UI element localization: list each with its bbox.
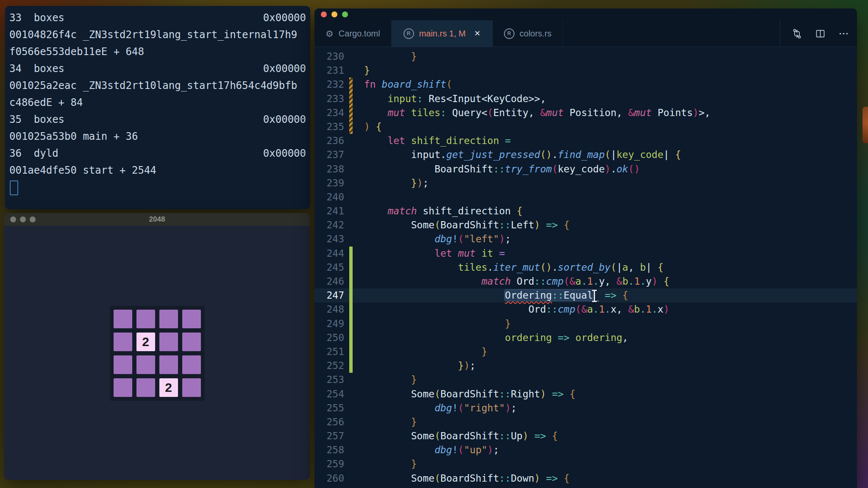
gutter-marker-zone [344, 373, 361, 387]
editor-titlebar[interactable] [314, 8, 857, 20]
git-added-marker [349, 345, 353, 359]
game-board: 22 [110, 306, 205, 401]
board-tile-empty [136, 310, 155, 328]
code-line-256[interactable]: 256 } [314, 415, 857, 429]
code-line-238[interactable]: 238 BoardShift::try_from(key_code).ok() [314, 162, 857, 176]
code-text: match shift_direction { [361, 204, 523, 218]
line-number: 251 [314, 345, 344, 359]
window-control-minimize[interactable] [20, 216, 26, 222]
line-number: 253 [314, 373, 344, 387]
line-number: 256 [314, 415, 344, 429]
rust-lang-icon: R [403, 28, 414, 39]
tab-main.rs[interactable]: Rmain.rs 1, M✕ [392, 20, 493, 47]
code-line-245[interactable]: 245 tiles.iter_mut().sorted_by(|a, b| { [314, 261, 857, 274]
git-added-marker [349, 302, 353, 316]
split-pane-icon[interactable] [815, 28, 826, 39]
game-titlebar[interactable]: 2048 [4, 213, 310, 226]
code-text: input: Res<Input<KeyCode>>, [361, 92, 546, 106]
code-line-242[interactable]: 242 Some(BoardShift::Left) => { [314, 218, 857, 232]
code-line-254[interactable]: 254 Some(BoardShift::Right) => { [314, 387, 857, 401]
terminal-line: 001025a2eac _ZN3std2rt10lang_start17h654… [9, 77, 306, 94]
window-control-close[interactable] [321, 11, 327, 17]
game-body: 22 [4, 226, 310, 480]
code-line-234[interactable]: 234 mut tiles: Query<(Entity, &mut Posit… [314, 106, 857, 120]
code-line-233[interactable]: 233 input: Res<Input<KeyCode>>, [314, 92, 857, 106]
terminal-line: 35 boxes0x00000 [9, 111, 306, 128]
editor-window[interactable]: ⚙Cargo.tomlRmain.rs 1, M✕Rcolors.rs [314, 8, 857, 488]
git-compare-icon[interactable] [791, 28, 803, 39]
window-control-zoom[interactable] [30, 216, 36, 222]
code-text: mut tiles: Query<(Entity, &mut Position,… [361, 106, 710, 120]
terminal-line: 001025a53b0 main + 36 [9, 128, 306, 145]
code-line-250[interactable]: 250 ordering => ordering, [314, 331, 857, 345]
git-added-marker [349, 274, 353, 288]
code-line-235[interactable]: 235) { [314, 120, 857, 134]
code-line-247[interactable]: 247 Ordering::Equal_ => { [314, 288, 857, 302]
line-number: 259 [314, 457, 344, 471]
gutter-marker-zone [344, 64, 361, 78]
more-menu-icon[interactable] [838, 28, 849, 39]
gutter-marker-zone [344, 415, 361, 429]
game-window-title: 2048 [4, 213, 310, 226]
gutter-marker-zone [344, 92, 361, 106]
tab-colors.rs[interactable]: Rcolors.rs [493, 20, 563, 47]
gutter-marker-zone [344, 148, 361, 162]
terminal-line: 34 boxes0x00000 [9, 60, 306, 77]
terminal-window[interactable]: 33 boxes0x0000000104826f4c _ZN3std2rt19l… [5, 6, 310, 209]
code-line-236[interactable]: 236 let shift_direction = [314, 134, 857, 148]
code-line-255[interactable]: 255 dbg!("right"); [314, 401, 857, 415]
code-text: Some(BoardShift::Up) => { [361, 429, 558, 443]
gutter-marker-zone [344, 302, 361, 316]
game-window-2048[interactable]: 2048 22 [4, 213, 310, 480]
code-line-241[interactable]: 241 match shift_direction { [314, 204, 857, 218]
gutter-marker-zone [344, 345, 361, 359]
code-line-257[interactable]: 257 Some(BoardShift::Up) => { [314, 429, 857, 443]
gutter-marker-zone [344, 359, 361, 373]
code-text: dbg!("right"); [361, 401, 517, 415]
code-text: } [361, 415, 417, 429]
code-line-243[interactable]: 243 dbg!("left"); [314, 232, 857, 246]
line-number: 254 [314, 387, 344, 401]
code-line-232[interactable]: 232fn board_shift( [314, 78, 857, 92]
line-number: 257 [314, 429, 344, 443]
code-line-251[interactable]: 251 } [314, 345, 857, 359]
gutter-marker-zone [344, 106, 361, 120]
window-control-close[interactable] [10, 216, 16, 222]
code-line-237[interactable]: 237 input.get_just_pressed().find_map(|k… [314, 148, 857, 162]
code-line-244[interactable]: 244 let mut it = [314, 247, 857, 261]
code-editor-pane[interactable]: 230 }231}232fn board_shift(233 input: Re… [314, 47, 857, 488]
wallpaper-accent [862, 107, 868, 143]
code-line-259[interactable]: 259 } [314, 457, 857, 471]
close-tab-icon[interactable]: ✕ [474, 29, 481, 38]
line-number: 231 [314, 64, 344, 78]
gutter-marker-zone [344, 387, 361, 401]
line-number: 255 [314, 401, 344, 415]
code-line-248[interactable]: 248 Ord::cmp(&a.1.x, &b.1.x) [314, 302, 857, 316]
code-text: }); [361, 176, 428, 190]
gear-icon: ⚙ [326, 29, 334, 38]
git-modified-marker [349, 106, 353, 120]
code-line-246[interactable]: 246 match Ord::cmp(&a.1.y, &b.1.y) { [314, 274, 857, 288]
code-line-252[interactable]: 252 }); [314, 359, 857, 373]
code-line-231[interactable]: 231} [314, 64, 857, 78]
code-line-240[interactable]: 240 [314, 190, 857, 204]
git-added-marker [349, 317, 353, 331]
code-text: } [361, 373, 417, 387]
board-tile-empty [159, 333, 178, 351]
board-tile-empty [136, 378, 155, 397]
code-line-258[interactable]: 258 dbg!("up"); [314, 443, 857, 457]
terminal-output: 33 boxes0x0000000104826f4c _ZN3std2rt19l… [5, 6, 310, 179]
code-line-239[interactable]: 239 }); [314, 176, 857, 190]
code-line-230[interactable]: 230 } [314, 50, 857, 64]
tab-Cargo.toml[interactable]: ⚙Cargo.toml [314, 20, 392, 47]
code-line-260[interactable]: 260 Some(BoardShift::Down) => { [314, 471, 857, 485]
gutter-marker-zone [344, 261, 361, 274]
window-control-minimize[interactable] [331, 11, 337, 17]
code-line-249[interactable]: 249 } [314, 317, 857, 331]
git-added-marker [349, 331, 353, 345]
code-line-253[interactable]: 253 } [314, 373, 857, 387]
code-text: Ord::cmp(&a.1.x, &b.1.x) [361, 302, 669, 316]
line-number: 244 [314, 247, 344, 261]
gutter-marker-zone [344, 429, 361, 443]
window-control-zoom[interactable] [342, 11, 348, 17]
